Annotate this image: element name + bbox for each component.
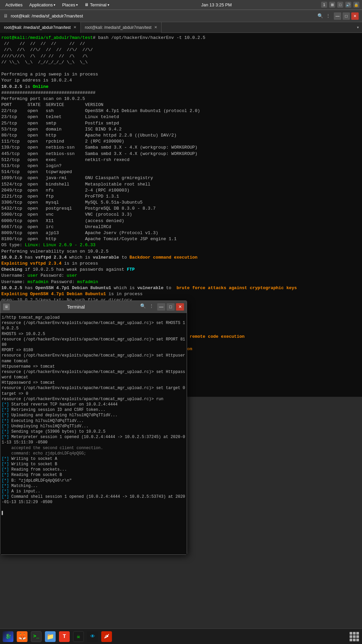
windows-icon[interactable]: ⊞ <box>329 2 335 8</box>
float-close-button[interactable]: ✕ <box>176 303 184 311</box>
floating-terminal-titlebar: 🖥 Terminal 🔍 ⋮ — □ ✕ <box>0 301 187 313</box>
window-controls: — □ ✕ <box>334 12 359 20</box>
kali-logo-icon: 🐉 <box>3 631 13 642</box>
topbar: Activities Applications ▾ Places ▾ 🖥 Ter… <box>0 0 362 9</box>
float-search-icon[interactable]: 🔍 <box>140 303 146 311</box>
kali-skull-icon: ☠ <box>73 631 84 642</box>
tab-1[interactable]: root@kali: /media/sf_abdulr7man/test ✕ <box>0 22 81 33</box>
applications-label: Applications <box>29 2 53 7</box>
terminal-arrow-icon: ▾ <box>108 3 109 7</box>
text-editor-icon: T <box>59 631 70 642</box>
terminal-label: Terminal <box>90 2 106 7</box>
topbar-right: 1 ⊞ □ 🔊 🔒 <box>321 2 359 8</box>
urlbar-path: root@kali: /media/sf_abdulr7man/test <box>11 13 317 18</box>
float-minimize-button[interactable]: — <box>157 303 165 311</box>
volume-icon[interactable]: 🔊 <box>345 2 351 8</box>
apps-grid-button[interactable] <box>348 630 361 643</box>
maximize-button[interactable]: □ <box>343 12 350 20</box>
lock-icon[interactable]: 🔒 <box>353 2 359 8</box>
taskbar-terminal[interactable]: >_ <box>29 630 43 643</box>
firefox-icon: 🦊 <box>17 631 27 642</box>
float-menu-icon[interactable]: ⋮ <box>149 303 154 311</box>
tab1-label: root@kali: /media/sf_abdulr7man/test <box>4 25 71 30</box>
tab-2[interactable]: root@kali: /media/sf_abdulr7man/test ✕ <box>81 22 162 33</box>
urlbar-actions: 🔍 ⋮ <box>317 13 330 19</box>
topbar-datetime: Jan 13 3:25 PM <box>113 2 320 7</box>
chili-icon: 🌶 <box>101 631 112 642</box>
floating-term-title: Terminal <box>12 304 140 310</box>
grid-icon <box>350 632 359 641</box>
topbar-terminal[interactable]: 🖥 Terminal ▾ <box>82 0 112 9</box>
menu-icon[interactable]: ⋮ <box>326 13 330 19</box>
floating-term-icon: 🖥 <box>3 304 10 310</box>
places-arrow-icon: ▾ <box>76 3 78 7</box>
terminal-tabs: root@kali: /media/sf_abdulr7man/test ✕ r… <box>0 22 362 33</box>
minimize-button[interactable]: — <box>334 12 341 20</box>
float-maximize-button[interactable]: □ <box>167 303 175 311</box>
search-icon[interactable]: 🔍 <box>317 13 323 19</box>
applications-arrow-icon: ▾ <box>54 3 55 7</box>
tab2-close-icon[interactable]: ✕ <box>154 25 157 30</box>
activities-label: Activities <box>5 2 22 7</box>
datetime-label: Jan 13 3:25 PM <box>201 2 232 7</box>
taskbar-files[interactable]: 📁 <box>44 630 57 643</box>
display-icon[interactable]: □ <box>337 2 343 8</box>
topbar-activities[interactable]: Activities <box>3 0 25 9</box>
taskbar-text-editor[interactable]: T <box>58 630 71 643</box>
workspace-indicator[interactable]: 1 <box>321 2 327 8</box>
taskbar-right <box>348 630 361 643</box>
floating-terminal: 🖥 Terminal 🔍 ⋮ — □ ✕ i/http tomcat_mgr_u… <box>0 301 187 555</box>
taskbar-kali2[interactable]: ☠ <box>72 630 85 643</box>
tab1-close-icon[interactable]: ✕ <box>73 25 76 30</box>
floating-term-controls: 🔍 ⋮ — □ ✕ <box>140 303 184 311</box>
tab-arrow-icon[interactable]: ▾ <box>354 24 362 30</box>
close-button[interactable]: ✕ <box>351 12 359 20</box>
terminal-urlbar-icon: 🖥 <box>3 13 8 19</box>
tab2-label: root@kali: /media/sf_abdulr7man/test <box>85 25 152 30</box>
eye-icon: 👁 <box>87 631 98 642</box>
terminal-urlbar: 🖥 root@kali: /media/sf_abdulr7man/test 🔍… <box>0 10 362 22</box>
taskbar-chili[interactable]: 🌶 <box>100 630 113 643</box>
taskbar-firefox[interactable]: 🦊 <box>15 630 29 643</box>
places-label: Places <box>62 2 75 7</box>
terminal-taskbar-icon: >_ <box>31 631 42 642</box>
topbar-places[interactable]: Places ▾ <box>59 0 80 9</box>
taskbar-eye[interactable]: 👁 <box>86 630 99 643</box>
taskbar: 🐉 🦊 >_ 📁 T ☠ 👁 🌶 <box>0 629 362 644</box>
topbar-applications[interactable]: Applications ▾ <box>26 0 58 9</box>
floating-terminal-content[interactable]: i/http tomcat_mgr_upload resource (/opt/… <box>0 313 187 554</box>
files-icon: 📁 <box>45 631 56 642</box>
taskbar-kali[interactable]: 🐉 <box>1 630 15 643</box>
